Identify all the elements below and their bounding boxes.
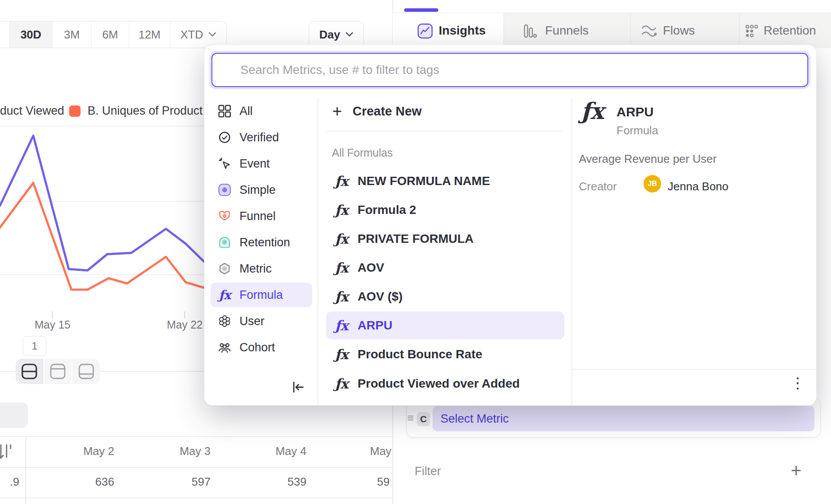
table-cell: 636 xyxy=(44,475,114,489)
sidebar-item-simple[interactable]: Simple xyxy=(211,178,312,202)
table-header-cell[interactable]: May xyxy=(370,444,393,458)
retention-metric-icon xyxy=(218,236,232,249)
event-cursor-icon xyxy=(218,157,232,170)
line-chart[interactable] xyxy=(0,122,206,332)
page-number-button[interactable]: 1 xyxy=(23,336,46,356)
retention-icon xyxy=(744,24,759,38)
sidebar-item-all[interactable]: All xyxy=(211,99,312,123)
formula-name: AOV xyxy=(358,261,384,275)
formula-fx-large-icon: ƒx xyxy=(581,98,603,124)
x-axis-label: May 15 xyxy=(26,318,79,331)
sidebar-item-metric[interactable]: Metric xyxy=(211,256,312,281)
add-filter-button[interactable]: + xyxy=(791,460,802,481)
cohort-people-icon xyxy=(218,341,232,354)
divider xyxy=(326,131,563,132)
active-tab-indicator xyxy=(404,8,438,12)
search-input[interactable] xyxy=(211,53,808,87)
time-range-30d-button[interactable]: 30D xyxy=(9,21,52,48)
sidebar-item-event[interactable]: Event xyxy=(211,151,312,176)
time-range-3m-button[interactable]: 3M xyxy=(52,21,91,48)
formula-list-item[interactable]: ƒx AOV xyxy=(326,254,564,282)
formula-name: Formula 2 xyxy=(358,203,416,217)
formula-list-item[interactable]: ƒx PRIVATE FORMULA xyxy=(326,225,564,253)
table-tab-chip[interactable] xyxy=(0,402,28,428)
tab-flows-label: Flows xyxy=(663,24,695,38)
time-range-xtd-button[interactable]: XTD xyxy=(170,21,226,48)
chevron-down-icon xyxy=(345,32,353,37)
sidebar-item-label: All xyxy=(239,105,253,118)
table-row-label: .9 xyxy=(0,475,19,489)
sidebar-item-label: Formula xyxy=(239,288,283,302)
report-type-tabbar: Insights Funnels Flows Retention xyxy=(393,13,831,48)
layout-toggle-group xyxy=(16,359,100,384)
split-view-icon xyxy=(20,362,39,381)
sidebar-item-label: User xyxy=(239,315,264,328)
panel-bottom-icon xyxy=(77,362,95,381)
time-range-partial-button[interactable] xyxy=(0,21,9,48)
sidebar-item-label: Verified xyxy=(239,131,279,144)
time-range-group: 30D 3M 6M 12M XTD xyxy=(0,21,227,48)
formula-name: AOV ($) xyxy=(358,290,403,304)
fx-icon: ƒx xyxy=(335,318,348,333)
sidebar-item-retention[interactable]: Retention xyxy=(211,230,312,255)
formula-name: NEW FORMULA NAME xyxy=(358,174,490,188)
grid-icon xyxy=(218,105,232,118)
sidebar-item-user[interactable]: User xyxy=(211,309,312,333)
section-header: All Formulas xyxy=(332,147,393,159)
formula-list-item[interactable]: ƒx Product Viewed over Added xyxy=(326,370,564,398)
layout-table-only-button[interactable] xyxy=(71,359,100,384)
chevron-down-icon xyxy=(208,32,216,37)
table-header-cell[interactable]: May 2 xyxy=(44,444,114,458)
table-border xyxy=(0,497,393,498)
formula-name: Product Bounce Rate xyxy=(358,347,482,361)
metric-row-letter-badge[interactable]: C xyxy=(417,412,430,426)
verified-badge-icon xyxy=(218,131,232,144)
sidebar-item-cohort[interactable]: Cohort xyxy=(211,335,312,360)
table-header-cell[interactable]: May 3 xyxy=(141,444,211,458)
sort-icon[interactable] xyxy=(0,443,12,460)
layout-chart-only-button[interactable] xyxy=(43,359,72,384)
formula-list-item[interactable]: ƒx Product Bounce Rate xyxy=(326,340,564,368)
x-axis-label: May 22 xyxy=(158,318,211,331)
tab-funnels-label: Funnels xyxy=(545,24,589,38)
simple-metric-icon xyxy=(218,183,232,196)
sidebar-item-label: Retention xyxy=(239,236,290,249)
formula-list-item-selected[interactable]: ƒx ARPU xyxy=(326,312,564,340)
fx-icon: ƒx xyxy=(335,376,348,392)
series-b-line xyxy=(0,183,204,290)
series-a-line xyxy=(0,136,204,270)
sidebar-item-label: Event xyxy=(239,157,270,171)
table-border xyxy=(0,436,393,437)
fx-icon: ƒx xyxy=(335,231,348,247)
sidebar-item-formula[interactable]: ƒx Formula xyxy=(211,283,312,307)
panel-top-icon xyxy=(49,362,67,381)
formula-name: Product Viewed over Added xyxy=(358,377,520,391)
creator-label: Creator xyxy=(579,180,617,193)
sidebar-item-verified[interactable]: Verified xyxy=(211,125,312,150)
column-divider xyxy=(571,98,572,405)
detail-type: Formula xyxy=(616,124,658,137)
formula-name: ARPU xyxy=(358,318,392,332)
table-cell: 597 xyxy=(141,475,211,489)
drag-handle-icon[interactable]: ≡ xyxy=(407,411,414,425)
time-range-6m-button[interactable]: 6M xyxy=(91,21,129,48)
collapse-sidebar-icon[interactable] xyxy=(291,380,305,394)
sidebar-item-label: Metric xyxy=(239,262,272,276)
formula-list-item[interactable]: ƒx Formula 2 xyxy=(326,196,564,224)
sidebar-item-funnel[interactable]: Funnel xyxy=(211,204,312,228)
select-metric-button[interactable]: Select Metric xyxy=(433,406,814,431)
formula-list-item[interactable]: ƒx NEW FORMULA NAME xyxy=(326,167,564,195)
formula-list-item[interactable]: ƒx AOV ($) xyxy=(326,283,564,311)
avatar: JB xyxy=(644,175,661,192)
granularity-dropdown[interactable]: Day xyxy=(309,21,364,48)
flows-icon xyxy=(641,24,657,38)
table-header-cell[interactable]: May 4 xyxy=(236,444,306,458)
time-range-12m-button[interactable]: 12M xyxy=(129,21,170,48)
layout-split-button[interactable] xyxy=(16,359,43,384)
user-cluster-icon xyxy=(218,315,232,328)
create-new-button[interactable]: + Create New xyxy=(332,103,422,119)
kebab-menu-icon[interactable]: ⋮ xyxy=(790,374,805,392)
detail-description: Average Revenue per User xyxy=(579,152,717,166)
legend-series-a[interactable]: duct Viewed xyxy=(0,104,64,118)
plus-icon: + xyxy=(332,103,342,119)
